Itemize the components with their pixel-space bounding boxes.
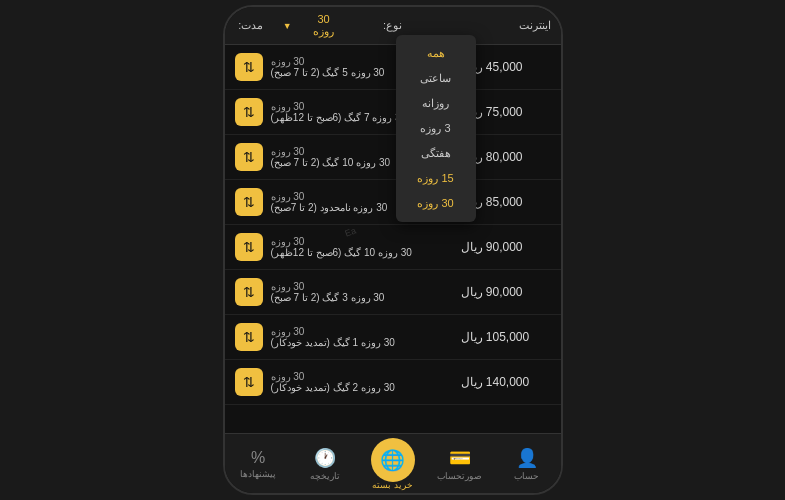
toggle-button[interactable]: ⇅ [235,98,263,126]
nav-item-account[interactable]: 👤 حساب [493,447,560,481]
plan-type: 30 روزه 30 روزه 10 گیگ (6صبح تا 12ظهر) [263,236,461,258]
col-internet-label: اینترنت [445,19,550,32]
nav-history-label: تاریخچه [310,471,340,481]
toggle-button[interactable]: ⇅ [235,368,263,396]
nav-item-billing[interactable]: 💳 صورتحساب [426,447,493,481]
arrows-icon: ⇅ [243,240,255,254]
dd-item-30day[interactable]: 30 روزه [396,191,476,216]
plan-desc: 30 روزه 1 گیگ (تمدید خودکار) [271,337,395,348]
toggle-button[interactable]: ⇅ [235,233,263,261]
col-duration-value[interactable]: 30 روزه [307,13,339,38]
dropdown-arrow-icon[interactable]: ▼ [271,21,303,31]
plan-days: 30 روزه [271,281,305,292]
phone-container: اینترنت نوع: 30 روزه ▼ مدت: همه ساعتی رو… [223,5,563,495]
globe-icon: 🌐 [380,448,405,472]
plan-row: 105,000 ریال 30 روزه 30 روزه 1 گیگ (تمدی… [225,315,561,360]
plan-price: 140,000 ریال [461,375,551,389]
toggle-button[interactable]: ⇅ [235,278,263,306]
dd-item-all[interactable]: همه [396,41,476,66]
dd-item-3day[interactable]: 3 روزه [396,116,476,141]
plan-price: 90,000 ریال [461,285,551,299]
bottom-nav: 👤 حساب 💳 صورتحساب 🌐 خرید بسته 🕐 تاریخچه … [225,433,561,493]
dd-item-15day[interactable]: 15 روزه [396,166,476,191]
nav-offers-label: پیشنهادها [240,469,276,479]
billing-icon: 💳 [449,447,471,469]
dd-item-daily[interactable]: روزانه [396,91,476,116]
plan-type: 30 روزه 30 روزه 1 گیگ (تمدید خودکار) [263,326,461,348]
plans-list: 45,000 ریال 30 روزه 30 روزه 5 گیگ (2 تا … [225,45,561,425]
arrows-icon: ⇅ [243,105,255,119]
header-bar: اینترنت نوع: 30 روزه ▼ مدت: [225,7,561,45]
dd-item-weekly[interactable]: هفتگی [396,141,476,166]
duration-dropdown[interactable]: همه ساعتی روزانه 3 روزه هفتگی 15 روزه 30… [396,35,476,222]
plan-days: 30 روزه [271,56,305,67]
nav-item-offers[interactable]: % پیشنهادها [224,449,291,479]
plan-desc: 30 روزه 10 گیگ (2 تا 7 صبح) [271,157,391,168]
plan-row: 85,000 ریال 30 روزه 30 روزه نامحدود (2 ت… [225,180,561,225]
col-duration-label: مدت: [235,19,267,32]
plan-days: 30 روزه [271,371,305,382]
arrows-icon: ⇅ [243,150,255,164]
arrows-icon: ⇅ [243,60,255,74]
plan-days: 30 روزه [271,191,305,202]
arrows-icon: ⇅ [243,375,255,389]
plan-days: 30 روزه [271,146,305,157]
arrows-icon: ⇅ [243,195,255,209]
plan-desc: 30 روزه 2 گیگ (تمدید خودکار) [271,382,395,393]
plan-price: 105,000 ریال [461,330,551,344]
plan-row: 80,000 ریال 30 روزه 30 روزه 10 گیگ (2 تا… [225,135,561,180]
plan-price: 90,000 ریال [461,240,551,254]
history-icon: 🕐 [314,447,336,469]
col-type-label: نوع: [340,19,445,32]
arrows-icon: ⇅ [243,285,255,299]
plan-type: 30 روزه 30 روزه 3 گیگ (2 تا 7 صبح) [263,281,461,303]
nav-item-buy[interactable]: 🌐 خرید بسته [359,438,426,490]
plan-days: 30 روزه [271,236,305,247]
plan-row: 90,000 ریال 30 روزه 30 روزه 10 گیگ (6صبح… [225,225,561,270]
account-icon: 👤 [516,447,538,469]
nav-buy-label: خرید بسته [372,480,413,490]
plan-days: 30 روزه [271,326,305,337]
toggle-button[interactable]: ⇅ [235,323,263,351]
dd-item-hourly[interactable]: ساعتی [396,66,476,91]
plan-row: 90,000 ریال 30 روزه 30 روزه 3 گیگ (2 تا … [225,270,561,315]
plan-days: 30 روزه [271,101,305,112]
arrows-icon: ⇅ [243,330,255,344]
toggle-button[interactable]: ⇅ [235,188,263,216]
plan-desc: 30 روزه 7 گیگ (6صبح تا 12ظهر) [271,112,407,123]
plan-desc: 30 روزه نامحدود (2 تا 7صبح) [271,202,388,213]
nav-item-history[interactable]: 🕐 تاریخچه [292,447,359,481]
plan-type: 30 روزه 30 روزه 2 گیگ (تمدید خودکار) [263,371,461,393]
toggle-button[interactable]: ⇅ [235,53,263,81]
plan-desc: 30 روزه 5 گیگ (2 تا 7 صبح) [271,67,385,78]
plan-desc: 30 روزه 10 گیگ (6صبح تا 12ظهر) [271,247,412,258]
plan-row: 75,000 ریال 30 روزه 30 روزه 7 گیگ (6صبح … [225,90,561,135]
toggle-button[interactable]: ⇅ [235,143,263,171]
plan-row: 45,000 ریال 30 روزه 30 روزه 5 گیگ (2 تا … [225,45,561,90]
col-duration-container: 30 روزه ▼ مدت: [235,13,340,38]
plan-desc: 30 روزه 3 گیگ (2 تا 7 صبح) [271,292,385,303]
nav-billing-label: صورتحساب [437,471,482,481]
globe-circle: 🌐 [371,438,415,482]
plan-row: 140,000 ریال 30 روزه 30 روزه 2 گیگ (تمدی… [225,360,561,405]
offers-icon: % [251,449,265,467]
nav-account-label: حساب [514,471,539,481]
